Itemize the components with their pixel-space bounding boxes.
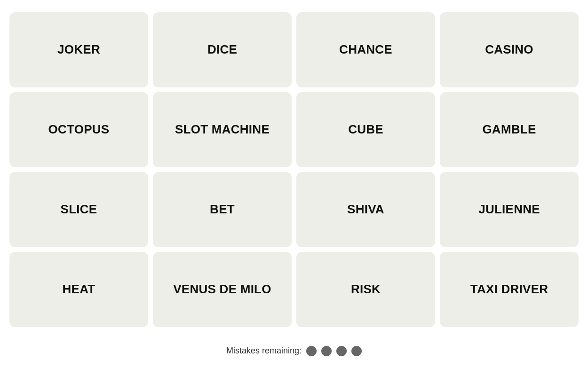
card-label-risk: RISK <box>346 277 385 301</box>
card-heat[interactable]: HEAT <box>9 252 148 327</box>
card-slice[interactable]: SLICE <box>9 172 148 247</box>
card-label-slice: SLICE <box>56 197 102 221</box>
card-label-dice: DICE <box>203 38 242 62</box>
card-label-venus-de-milo: VENUS DE MILO <box>168 277 276 301</box>
mistake-dot-2 <box>321 346 332 356</box>
card-chance[interactable]: CHANCE <box>296 12 435 87</box>
card-risk[interactable]: RISK <box>296 252 435 327</box>
card-taxi-driver[interactable]: TAXI DRIVER <box>440 252 579 327</box>
card-label-gamble: GAMBLE <box>477 117 540 141</box>
card-label-joker: JOKER <box>53 38 105 62</box>
card-casino[interactable]: CASINO <box>440 12 579 87</box>
card-joker[interactable]: JOKER <box>9 12 148 87</box>
card-cube[interactable]: CUBE <box>296 92 435 167</box>
card-gamble[interactable]: GAMBLE <box>440 92 579 167</box>
word-grid: JOKERDICECHANCECASINOOCTOPUSSLOT MACHINE… <box>9 12 579 327</box>
card-label-bet: BET <box>205 197 239 221</box>
card-label-cube: CUBE <box>343 117 388 141</box>
card-label-taxi-driver: TAXI DRIVER <box>466 277 553 301</box>
card-julienne[interactable]: JULIENNE <box>440 172 579 247</box>
card-shiva[interactable]: SHIVA <box>296 172 435 247</box>
card-dice[interactable]: DICE <box>153 12 292 87</box>
card-label-heat: HEAT <box>58 277 100 301</box>
card-label-chance: CHANCE <box>334 38 397 62</box>
mistake-dot-4 <box>351 346 362 356</box>
mistake-dot-1 <box>306 346 317 356</box>
card-label-casino: CASINO <box>480 38 538 62</box>
card-label-shiva: SHIVA <box>342 197 389 221</box>
mistakes-row: Mistakes remaining: <box>226 346 362 356</box>
mistakes-label: Mistakes remaining: <box>226 346 302 356</box>
card-bet[interactable]: BET <box>153 172 292 247</box>
card-label-octopus: OCTOPUS <box>44 117 114 141</box>
card-label-julienne: JULIENNE <box>474 197 545 221</box>
card-label-slot-machine: SLOT MACHINE <box>170 117 274 141</box>
card-slot-machine[interactable]: SLOT MACHINE <box>153 92 292 167</box>
mistake-dot-3 <box>336 346 347 356</box>
card-venus-de-milo[interactable]: VENUS DE MILO <box>153 252 292 327</box>
card-octopus[interactable]: OCTOPUS <box>9 92 148 167</box>
